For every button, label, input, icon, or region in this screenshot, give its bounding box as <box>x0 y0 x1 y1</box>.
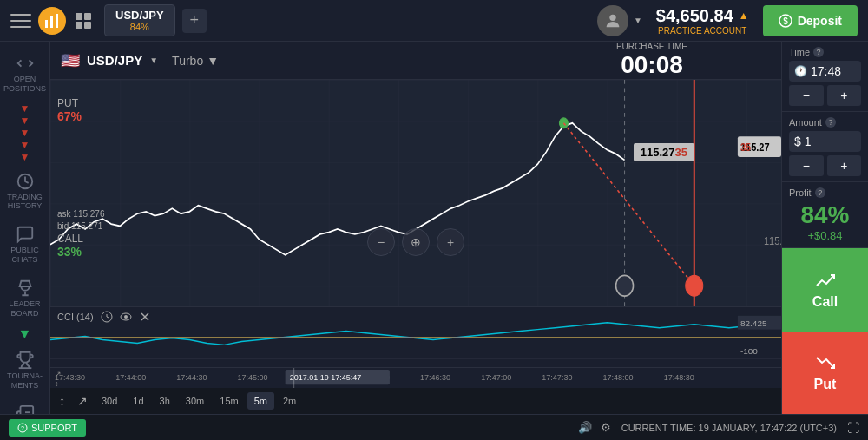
svg-text:17:48:00: 17:48:00 <box>603 374 634 383</box>
call-button[interactable]: Call <box>782 248 868 332</box>
call-label: Call <box>812 294 838 310</box>
profit-pct: 84% <box>789 201 861 229</box>
profit-section: Profit ? 84% +$0.84 <box>782 182 868 248</box>
add-tab-button[interactable]: + <box>182 9 207 33</box>
time-stepper: − + <box>789 85 861 106</box>
time-value: 17:48 <box>811 64 841 78</box>
cci-label: CCI (14) <box>57 312 94 322</box>
time-buttons: ↕ ↗ 30d 1d 3h 30m 15m 5m 2m <box>50 388 781 414</box>
zoom-out-button[interactable]: − <box>367 228 395 256</box>
time-btn-icon-chart[interactable]: ↗ <box>72 391 93 411</box>
amount-plus-button[interactable]: + <box>827 155 862 176</box>
svg-text:17:48:30: 17:48:30 <box>664 374 694 383</box>
put-label: PUT 67% <box>57 97 82 123</box>
topbar-right: ▼ $4,650.84 ▲ PRACTICE ACCOUNT $ Deposit <box>597 5 868 36</box>
cci-panel: CCI (14) 82.425 -100 <box>50 306 781 367</box>
svg-rect-0 <box>45 20 48 28</box>
zoom-in-button[interactable]: + <box>437 228 464 256</box>
put-button[interactable]: Put <box>782 332 868 415</box>
cci-close-icon[interactable] <box>139 311 151 323</box>
svg-text:115.2: 115.2 <box>764 234 781 247</box>
sidebar: OPEN POSITIONS ▼ ▼ ▼ ▼ ▼ TRADING HISTORY… <box>0 42 50 414</box>
time-info-icon[interactable]: ? <box>813 47 824 57</box>
pair-info[interactable]: 🇺🇸 USD/JPY ▼ <box>61 51 158 70</box>
trade-type-label: Turbo <box>172 54 203 68</box>
svg-text:35: 35 <box>740 141 752 154</box>
amount-display: $ 1 <box>789 131 861 152</box>
svg-text:?: ? <box>21 425 24 431</box>
price-chart: 115.27 35 115.2 <box>50 80 781 306</box>
avatar-area[interactable]: ▼ <box>597 5 642 36</box>
sidebar-item-trading-history[interactable]: TRADING HISTORY <box>0 167 49 217</box>
asset-tab[interactable]: USD/JPY 84% <box>104 4 175 36</box>
balance-amount: $4,650.84 <box>656 6 733 26</box>
sidebar-label-tournaments: TOURNA-MENTS <box>3 371 46 391</box>
ask-price: ask 115.276 <box>57 208 105 220</box>
grid-icon[interactable] <box>69 7 97 35</box>
svg-text:↕: ↕ <box>55 379 59 388</box>
purchase-time-label: PURCHASE TIME <box>616 42 687 51</box>
amount-minus-button[interactable]: − <box>789 155 824 176</box>
sidebar-label-open-positions: OPEN POSITIONS <box>3 75 46 94</box>
amount-info-icon[interactable]: ? <box>825 117 836 128</box>
put-type: PUT <box>57 97 82 109</box>
deposit-button[interactable]: $ Deposit <box>763 5 858 36</box>
price-label: 115.2735 <box>634 143 694 161</box>
svg-text:-100: -100 <box>740 346 759 356</box>
sidebar-item-market-news[interactable]: MARKET NEWS <box>0 399 49 414</box>
arrow-indicators: ▼ ▼ ▼ ▼ ▼ <box>20 102 30 163</box>
svg-point-7 <box>609 14 615 20</box>
time-btn-30m[interactable]: 30m <box>179 392 211 410</box>
time-btn-15m[interactable]: 15m <box>213 392 245 410</box>
chart-main: 115.27 35 115.2 PUT 67% ask 115.276 bid … <box>50 80 781 306</box>
profit-info-icon[interactable]: ? <box>815 187 825 198</box>
svg-point-31 <box>124 315 128 319</box>
time-btn-icon-left[interactable]: ↕ <box>54 391 70 411</box>
trade-type-selector[interactable]: Turbo ▼ <box>172 54 219 68</box>
time-minus-button[interactable]: − <box>789 85 824 106</box>
right-panel: Time ? 🕐 17:48 − + Amount ? $ 1 − + <box>781 42 868 414</box>
time-btn-2m[interactable]: 2m <box>276 392 303 410</box>
time-btn-5m[interactable]: 5m <box>247 392 274 410</box>
time-plus-button[interactable]: + <box>827 85 862 106</box>
sidebar-item-leaderboard[interactable]: LEADER BOARD <box>0 273 49 324</box>
crosshair-button[interactable]: ⊕ <box>402 228 430 256</box>
call-type: CALL <box>57 233 105 245</box>
svg-point-24 <box>686 275 703 296</box>
svg-text:82.425: 82.425 <box>740 319 767 328</box>
sidebar-item-open-positions[interactable]: OPEN POSITIONS <box>0 49 49 99</box>
amount-section: Amount ? $ 1 − + <box>782 112 868 182</box>
deposit-label: Deposit <box>798 14 842 28</box>
sidebar-item-tournaments[interactable]: TOURNA-MENTS <box>0 345 49 396</box>
fullscreen-icon[interactable]: ⛶ <box>847 421 859 435</box>
current-time-label: CURRENT TIME: <box>621 423 696 433</box>
current-time-value: 19 JANUARY, 17:47:22 (UTC+3) <box>699 423 837 433</box>
cci-chart: 82.425 -100 <box>50 307 781 367</box>
time-btn-3h[interactable]: 3h <box>153 392 177 410</box>
support-label: SUPPORT <box>31 423 77 433</box>
call-label: ask 115.276 bid 115.271 CALL 33% <box>57 208 105 259</box>
volume-icon[interactable]: 🔊 <box>578 421 592 434</box>
sidebar-item-public-chats[interactable]: PUBLIC CHATS <box>0 220 49 270</box>
svg-rect-5 <box>76 22 82 29</box>
time-btn-1d[interactable]: 1d <box>126 392 150 410</box>
svg-text:17:46:30: 17:46:30 <box>420 374 450 383</box>
chart-icon[interactable] <box>38 7 66 35</box>
time-label: Time ? <box>789 47 861 57</box>
time-btn-30d[interactable]: 30d <box>95 392 124 410</box>
support-icon: ? <box>17 423 28 433</box>
topbar-left: USD/JPY 84% + <box>0 4 214 36</box>
trade-buttons: Call Put <box>782 248 868 414</box>
cci-visibility-icon[interactable] <box>120 311 132 323</box>
cci-settings-icon[interactable] <box>101 311 113 323</box>
chart-area: 🇺🇸 USD/JPY ▼ Turbo ▼ PURCHASE TIME 00:08 <box>50 42 781 414</box>
time-display: 🕐 17:48 <box>789 61 861 82</box>
svg-text:17:45:00: 17:45:00 <box>238 374 268 383</box>
menu-button[interactable] <box>7 7 35 35</box>
purchase-time-area: PURCHASE TIME 00:08 <box>616 42 687 79</box>
sidebar-label-public-chats: PUBLIC CHATS <box>3 246 46 265</box>
settings-icon[interactable]: ⚙ <box>601 421 611 434</box>
support-button[interactable]: ? SUPPORT <box>9 419 86 437</box>
svg-rect-18 <box>50 80 781 306</box>
timeline-svg: 17:43:30 17:44:00 17:44:30 17:45:00 17:4… <box>50 368 781 388</box>
